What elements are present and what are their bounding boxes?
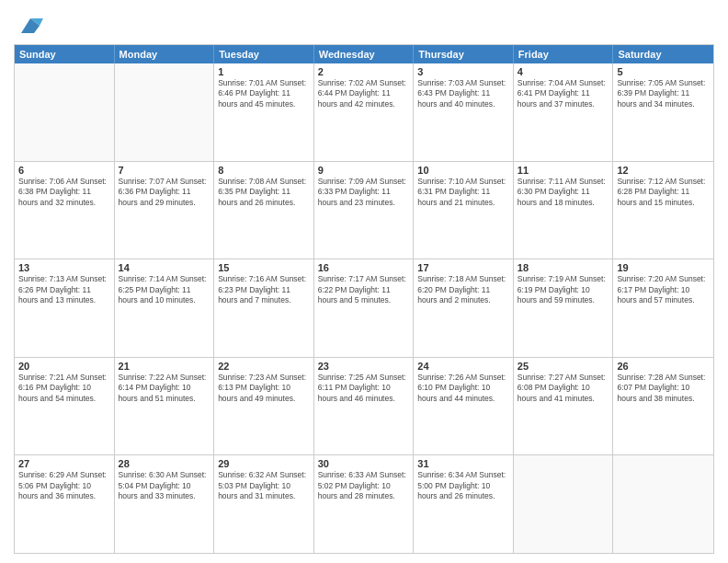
cell-info: Sunrise: 7:23 AM Sunset: 6:13 PM Dayligh… (218, 373, 310, 404)
day-number: 5 (617, 66, 710, 77)
day-number: 14 (119, 262, 210, 273)
calendar-cell: 29Sunrise: 6:32 AM Sunset: 5:03 PM Dayli… (214, 455, 314, 553)
cell-info: Sunrise: 7:13 AM Sunset: 6:26 PM Dayligh… (18, 274, 110, 305)
calendar-cell: 23Sunrise: 7:25 AM Sunset: 6:11 PM Dayli… (314, 358, 415, 455)
day-number: 30 (318, 458, 410, 469)
day-number: 15 (218, 262, 310, 273)
day-number: 28 (119, 458, 210, 469)
cell-info: Sunrise: 7:09 AM Sunset: 6:33 PM Dayligh… (318, 177, 410, 208)
cell-info: Sunrise: 7:04 AM Sunset: 6:41 PM Dayligh… (518, 78, 609, 109)
calendar-cell: 17Sunrise: 7:18 AM Sunset: 6:20 PM Dayli… (414, 259, 514, 357)
day-number: 11 (518, 165, 609, 176)
day-number: 9 (318, 165, 410, 176)
header-day-wednesday: Wednesday (314, 45, 415, 63)
cell-info: Sunrise: 6:30 AM Sunset: 5:04 PM Dayligh… (119, 470, 210, 501)
cell-info: Sunrise: 7:22 AM Sunset: 6:14 PM Dayligh… (119, 373, 210, 404)
cell-info: Sunrise: 7:08 AM Sunset: 6:35 PM Dayligh… (218, 177, 310, 208)
logo-icon (17, 13, 43, 39)
cell-info: Sunrise: 7:27 AM Sunset: 6:08 PM Dayligh… (518, 373, 609, 404)
header-day-monday: Monday (115, 45, 215, 63)
day-number: 20 (18, 361, 110, 372)
calendar-header: SundayMondayTuesdayWednesdayThursdayFrid… (15, 45, 713, 63)
cell-info: Sunrise: 6:32 AM Sunset: 5:03 PM Dayligh… (218, 470, 310, 501)
day-number: 22 (218, 361, 310, 372)
calendar-cell: 2Sunrise: 7:02 AM Sunset: 6:44 PM Daylig… (314, 63, 415, 161)
calendar-cell: 24Sunrise: 7:26 AM Sunset: 6:10 PM Dayli… (414, 358, 514, 455)
day-number: 4 (518, 66, 609, 77)
calendar-cell: 25Sunrise: 7:27 AM Sunset: 6:08 PM Dayli… (514, 358, 614, 455)
cell-info: Sunrise: 7:17 AM Sunset: 6:22 PM Dayligh… (318, 274, 410, 305)
calendar-cell: 18Sunrise: 7:19 AM Sunset: 6:19 PM Dayli… (514, 259, 614, 357)
cell-info: Sunrise: 7:19 AM Sunset: 6:19 PM Dayligh… (518, 274, 609, 305)
calendar-cell: 16Sunrise: 7:17 AM Sunset: 6:22 PM Dayli… (314, 259, 415, 357)
day-number: 31 (417, 458, 509, 469)
calendar-cell: 5Sunrise: 7:05 AM Sunset: 6:39 PM Daylig… (613, 63, 713, 161)
calendar: SundayMondayTuesdayWednesdayThursdayFrid… (14, 44, 714, 554)
calendar-cell: 6Sunrise: 7:06 AM Sunset: 6:38 PM Daylig… (15, 162, 115, 259)
calendar-cell: 27Sunrise: 6:29 AM Sunset: 5:06 PM Dayli… (15, 455, 115, 553)
cell-info: Sunrise: 7:03 AM Sunset: 6:43 PM Dayligh… (417, 78, 509, 109)
cell-info: Sunrise: 7:16 AM Sunset: 6:23 PM Dayligh… (218, 274, 310, 305)
cell-info: Sunrise: 7:12 AM Sunset: 6:28 PM Dayligh… (617, 177, 710, 208)
header (14, 9, 714, 39)
calendar-cell: 7Sunrise: 7:07 AM Sunset: 6:36 PM Daylig… (115, 162, 215, 259)
calendar-cell: 4Sunrise: 7:04 AM Sunset: 6:41 PM Daylig… (514, 63, 614, 161)
calendar-cell: 8Sunrise: 7:08 AM Sunset: 6:35 PM Daylig… (214, 162, 314, 259)
calendar-cell: 12Sunrise: 7:12 AM Sunset: 6:28 PM Dayli… (613, 162, 713, 259)
calendar-cell: 3Sunrise: 7:03 AM Sunset: 6:43 PM Daylig… (414, 63, 514, 161)
calendar-cell: 9Sunrise: 7:09 AM Sunset: 6:33 PM Daylig… (314, 162, 415, 259)
day-number: 29 (218, 458, 310, 469)
day-number: 16 (318, 262, 410, 273)
cell-info: Sunrise: 7:14 AM Sunset: 6:25 PM Dayligh… (119, 274, 210, 305)
calendar-cell: 10Sunrise: 7:10 AM Sunset: 6:31 PM Dayli… (414, 162, 514, 259)
calendar-cell: 14Sunrise: 7:14 AM Sunset: 6:25 PM Dayli… (115, 259, 215, 357)
cell-info: Sunrise: 7:20 AM Sunset: 6:17 PM Dayligh… (617, 274, 710, 305)
cell-info: Sunrise: 6:29 AM Sunset: 5:06 PM Dayligh… (18, 470, 110, 501)
day-number: 3 (417, 66, 509, 77)
calendar-cell: 26Sunrise: 7:28 AM Sunset: 6:07 PM Dayli… (613, 358, 713, 455)
logo (14, 13, 43, 39)
day-number: 6 (18, 165, 110, 176)
calendar-cell (115, 63, 215, 161)
calendar-cell: 11Sunrise: 7:11 AM Sunset: 6:30 PM Dayli… (514, 162, 614, 259)
day-number: 18 (518, 262, 609, 273)
calendar-cell (15, 63, 115, 161)
calendar-row-2: 6Sunrise: 7:06 AM Sunset: 6:38 PM Daylig… (15, 161, 713, 259)
day-number: 21 (119, 361, 210, 372)
cell-info: Sunrise: 7:18 AM Sunset: 6:20 PM Dayligh… (417, 274, 509, 305)
day-number: 26 (617, 361, 710, 372)
cell-info: Sunrise: 6:34 AM Sunset: 5:00 PM Dayligh… (417, 470, 509, 501)
cell-info: Sunrise: 6:33 AM Sunset: 5:02 PM Dayligh… (318, 470, 410, 501)
day-number: 8 (218, 165, 310, 176)
calendar-cell: 15Sunrise: 7:16 AM Sunset: 6:23 PM Dayli… (214, 259, 314, 357)
cell-info: Sunrise: 7:05 AM Sunset: 6:39 PM Dayligh… (617, 78, 710, 109)
calendar-body: 1Sunrise: 7:01 AM Sunset: 6:46 PM Daylig… (15, 63, 713, 553)
header-day-thursday: Thursday (414, 45, 514, 63)
day-number: 19 (617, 262, 710, 273)
calendar-cell (514, 455, 614, 553)
day-number: 25 (518, 361, 609, 372)
day-number: 27 (18, 458, 110, 469)
cell-info: Sunrise: 7:01 AM Sunset: 6:46 PM Dayligh… (218, 78, 310, 109)
cell-info: Sunrise: 7:02 AM Sunset: 6:44 PM Dayligh… (318, 78, 410, 109)
cell-info: Sunrise: 7:25 AM Sunset: 6:11 PM Dayligh… (318, 373, 410, 404)
calendar-row-3: 13Sunrise: 7:13 AM Sunset: 6:26 PM Dayli… (15, 259, 713, 357)
calendar-cell (613, 455, 713, 553)
header-day-tuesday: Tuesday (214, 45, 314, 63)
calendar-cell: 1Sunrise: 7:01 AM Sunset: 6:46 PM Daylig… (214, 63, 314, 161)
day-number: 17 (417, 262, 509, 273)
cell-info: Sunrise: 7:10 AM Sunset: 6:31 PM Dayligh… (417, 177, 509, 208)
calendar-row-4: 20Sunrise: 7:21 AM Sunset: 6:16 PM Dayli… (15, 357, 713, 455)
calendar-row-1: 1Sunrise: 7:01 AM Sunset: 6:46 PM Daylig… (15, 63, 713, 161)
day-number: 10 (417, 165, 509, 176)
day-number: 12 (617, 165, 710, 176)
calendar-cell: 19Sunrise: 7:20 AM Sunset: 6:17 PM Dayli… (613, 259, 713, 357)
day-number: 24 (417, 361, 509, 372)
cell-info: Sunrise: 7:21 AM Sunset: 6:16 PM Dayligh… (18, 373, 110, 404)
cell-info: Sunrise: 7:26 AM Sunset: 6:10 PM Dayligh… (417, 373, 509, 404)
day-number: 13 (18, 262, 110, 273)
header-day-friday: Friday (514, 45, 614, 63)
cell-info: Sunrise: 7:06 AM Sunset: 6:38 PM Dayligh… (18, 177, 110, 208)
calendar-row-5: 27Sunrise: 6:29 AM Sunset: 5:06 PM Dayli… (15, 454, 713, 553)
day-number: 1 (218, 66, 310, 77)
